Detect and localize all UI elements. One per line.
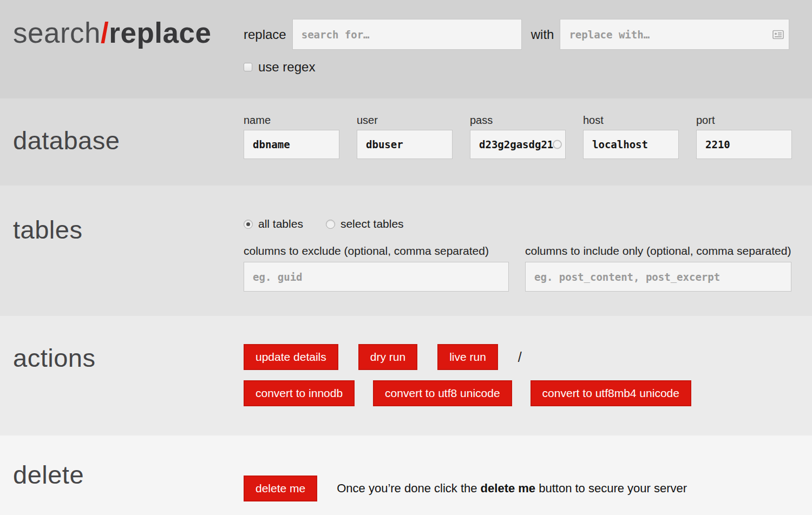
db-user-label: user — [357, 114, 453, 127]
convert-innodb-button[interactable]: convert to innodb — [244, 380, 355, 406]
replace-with-input[interactable] — [560, 19, 789, 50]
dry-run-button[interactable]: dry run — [358, 344, 417, 370]
select-tables-radio[interactable] — [326, 220, 335, 229]
update-details-button[interactable]: update details — [244, 344, 338, 370]
tables-heading: tables — [13, 186, 244, 245]
db-host-input[interactable] — [583, 130, 679, 159]
logo-search-text: search — [13, 17, 101, 49]
app-logo: search/replace — [13, 0, 244, 49]
db-name-label: name — [244, 114, 339, 127]
columns-exclude-group: columns to exclude (optional, comma sepa… — [244, 245, 509, 292]
db-user-input[interactable] — [357, 130, 453, 159]
delete-heading: delete — [13, 435, 244, 490]
delete-note: Once you’re done click the delete me but… — [337, 481, 687, 496]
select-tables-label: select tables — [340, 217, 404, 230]
db-pass-input[interactable] — [470, 130, 566, 159]
delete-note-bold: delete me — [481, 481, 536, 495]
convert-utf8mb4-button[interactable]: convert to utf8mb4 unicode — [531, 380, 691, 406]
db-user-field-group: user — [357, 114, 453, 159]
delete-note-suffix: button to secure your server — [535, 481, 687, 495]
db-port-label: port — [696, 114, 792, 127]
columns-include-group: columns to include only (optional, comma… — [525, 245, 791, 292]
delete-me-button[interactable]: delete me — [244, 476, 317, 501]
columns-exclude-label: columns to exclude (optional, comma sepa… — [244, 245, 509, 258]
all-tables-radio[interactable] — [244, 220, 253, 229]
replace-label: replace — [244, 27, 286, 42]
all-tables-label: all tables — [258, 217, 303, 230]
db-pass-field-group: pass — [470, 114, 566, 159]
search-replace-db-page: search/replace replace with — [0, 0, 812, 515]
database-heading: database — [13, 98, 244, 155]
convert-utf8-button[interactable]: convert to utf8 unicode — [373, 380, 512, 406]
live-run-button[interactable]: live run — [437, 344, 498, 370]
actions-section: actions update details dry run live run … — [0, 316, 812, 435]
actions-heading: actions — [13, 316, 244, 373]
logo-slash: / — [101, 17, 109, 49]
use-regex-checkbox[interactable] — [244, 63, 252, 71]
columns-include-label: columns to include only (optional, comma… — [525, 245, 791, 258]
logo-replace-text: replace — [109, 17, 211, 49]
run-separator-slash: / — [518, 349, 522, 365]
db-host-field-group: host — [583, 114, 679, 159]
db-pass-label: pass — [470, 114, 566, 127]
autofill-card-icon — [772, 30, 784, 39]
db-host-label: host — [583, 114, 679, 127]
db-name-input[interactable] — [244, 130, 339, 159]
delete-section: delete delete me Once you’re done click … — [0, 435, 812, 515]
search-for-input[interactable] — [292, 19, 522, 50]
header-section: search/replace replace with — [0, 0, 812, 98]
password-reveal-icon[interactable] — [553, 140, 562, 149]
tables-section: tables all tables select tables columns … — [0, 186, 812, 316]
database-section: database name user pass — [0, 98, 812, 186]
with-label: with — [531, 27, 554, 42]
db-port-field-group: port — [696, 114, 792, 159]
db-port-input[interactable] — [696, 130, 792, 159]
columns-exclude-input[interactable] — [244, 262, 509, 292]
delete-note-prefix: Once you’re done click the — [337, 481, 480, 495]
use-regex-label: use regex — [258, 60, 315, 75]
columns-include-input[interactable] — [525, 262, 791, 292]
db-name-field-group: name — [244, 114, 339, 159]
